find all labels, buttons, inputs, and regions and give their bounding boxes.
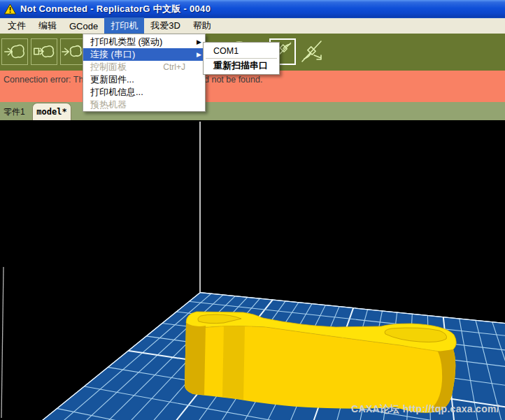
submenu-item-rescan[interactable]: 重新扫描串口: [204, 59, 279, 72]
shortcut-label: Ctrl+J: [163, 61, 185, 73]
menu-separator: [206, 58, 277, 59]
tab-bar: 零件1 model*: [0, 102, 505, 120]
menubar-item-ilove3d[interactable]: 我爱3D: [144, 17, 187, 34]
menubar-item-file[interactable]: 文件: [1, 17, 32, 34]
chevron-right-icon: ▶: [197, 36, 201, 48]
serial-port-submenu: COM1 重新扫描串口: [203, 42, 280, 75]
error-text-left: Connection error: Th: [3, 75, 83, 85]
menubar-item-edit[interactable]: 编辑: [32, 17, 63, 34]
watermark-text: CAXA论坛 http://tqp.caxa.com/: [351, 403, 499, 416]
chevron-right-icon: ▶: [197, 48, 201, 61]
menubar-item-gcode[interactable]: GCode: [63, 19, 104, 34]
printer-menu-popup: 打印机类型 (驱动) ▶ 连接 (串口) ▶ 控制面板 Ctrl+J 更新固件.…: [83, 34, 206, 112]
menu-item-printer-info[interactable]: 打印机信息...: [83, 86, 205, 99]
tab-model[interactable]: model*: [32, 103, 71, 120]
menu-item-printer-type[interactable]: 打印机类型 (驱动) ▶: [83, 36, 205, 48]
gcode-generate-icon[interactable]: [31, 38, 57, 65]
submenu-item-com1[interactable]: COM1: [204, 45, 279, 57]
error-bar: Connection error: Th d not be found.: [0, 71, 505, 102]
menubar-item-help[interactable]: 帮助: [187, 17, 218, 34]
menu-item-control-panel[interactable]: 控制面板 Ctrl+J: [83, 61, 205, 73]
menubar-item-printer[interactable]: 打印机: [104, 17, 144, 34]
build-scene: [0, 120, 505, 420]
replicatorg-window: Not Connected - ReplicatorG 中文版 - 0040 文…: [0, 0, 505, 420]
title-bar: Not Connected - ReplicatorG 中文版 - 0040: [0, 0, 505, 18]
window-title: Not Connected - ReplicatorG 中文版 - 0040: [20, 3, 211, 15]
connect-plug-icon[interactable]: [299, 38, 326, 65]
warning-icon: [4, 3, 16, 15]
menu-item-update-firmware[interactable]: 更新固件...: [83, 73, 205, 86]
menu-item-connect-serial[interactable]: 连接 (串口) ▶: [83, 48, 205, 61]
error-text-right: d not be found.: [204, 75, 262, 85]
menu-bar: 文件 编辑 GCode 打印机 我爱3D 帮助: [0, 18, 505, 34]
3d-viewport[interactable]: CAXA论坛 http://tqp.caxa.com/: [0, 120, 505, 420]
menu-item-preheat[interactable]: 预热机器: [83, 99, 205, 111]
part1-label[interactable]: 零件1: [3, 106, 25, 118]
model-to-gcode-icon[interactable]: [1, 38, 28, 65]
